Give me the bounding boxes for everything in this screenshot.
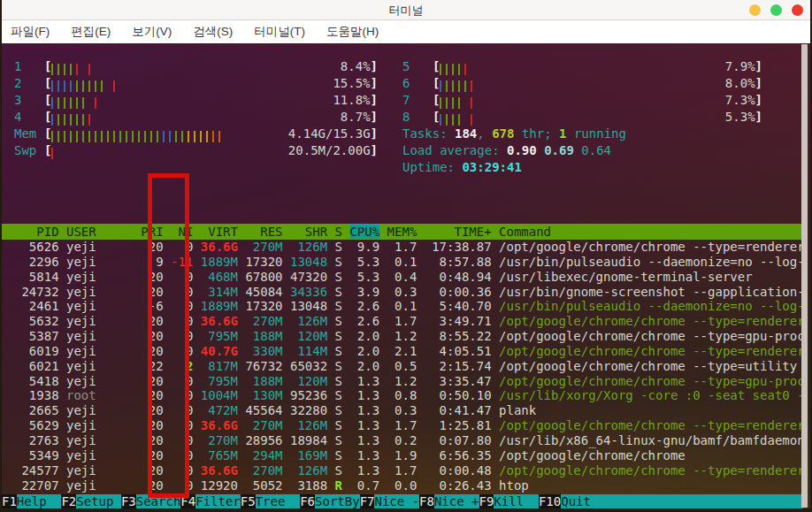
fn-f9-kill[interactable]: F9Kill: [479, 494, 539, 508]
fn-f10-quit[interactable]: F10Quit: [539, 494, 606, 508]
fn-f6-sortby[interactable]: F6SortBy: [300, 494, 359, 508]
process-table: 5626 yeji 20 0 36.6G 270M 126M S 9.9 1.7…: [2, 240, 803, 508]
fn-f8-nice[interactable]: F8Nice +: [419, 494, 479, 508]
cpu-meter-7: 7[7.3%]: [402, 92, 762, 109]
fn-f3-search[interactable]: F3Search: [121, 494, 180, 508]
fn-f2-setup[interactable]: F2Setup: [61, 494, 120, 508]
table-row[interactable]: 2461 yeji -6 0 1889M 17320 13048 S 2.6 0…: [2, 299, 803, 314]
swap-meter: Swp[20.5M/2.00G]: [14, 142, 378, 159]
menu-item-2[interactable]: 보기(V): [132, 24, 172, 40]
tasks-line: Tasks: 184, 678 thr; 1 running: [402, 126, 762, 142]
column-header-pri[interactable]: PRI: [141, 225, 163, 239]
column-header-command[interactable]: Command: [499, 225, 551, 239]
table-row[interactable]: 5629 yeji 20 0 36.6G 270M 126M S 1.3 1.7…: [2, 418, 803, 433]
cpu-meter-8: 8[5.3%]: [402, 109, 762, 126]
column-header-shr[interactable]: SHR: [290, 225, 327, 239]
close-button[interactable]: [792, 4, 803, 16]
column-header-pid[interactable]: PID: [14, 225, 59, 239]
load-average-line: Load average: 0.90 0.69 0.64: [402, 142, 762, 159]
table-row[interactable]: 6021 yeji 22 2 817M 76732 65032 S 2.0 0.…: [2, 359, 803, 374]
minimize-button[interactable]: [749, 4, 761, 16]
column-header-virt[interactable]: VIRT: [201, 225, 238, 239]
column-header-cpu[interactable]: CPU%: [349, 225, 379, 239]
cpu-meter-1: 1[8.4%]: [14, 58, 378, 75]
table-row[interactable]: 24732 yeji 20 0 314M 45084 34336 S 3.9 0…: [2, 285, 803, 300]
table-row[interactable]: 2665 yeji 20 0 472M 45564 32280 S 1.3 0.…: [2, 403, 803, 418]
menu-item-5[interactable]: 도움말(H): [326, 24, 379, 40]
column-header-ni[interactable]: NI: [171, 225, 193, 239]
mem-meter: Mem[4.14G/15.3G]: [14, 126, 378, 142]
window-title: 터미널: [2, 3, 810, 19]
table-row[interactable]: 6019 yeji 20 0 40.7G 330M 114M S 2.0 2.1…: [2, 344, 803, 359]
table-row[interactable]: 5418 yeji 20 0 795M 188M 120M S 1.3 1.2 …: [2, 374, 803, 389]
menu-item-4[interactable]: 터미널(T): [254, 24, 305, 40]
terminal-content: 1[8.4%]2[15.5%]3[11.8%]4[8.7%]Mem[4.14G/…: [2, 43, 810, 508]
column-header-s[interactable]: S: [335, 225, 342, 239]
function-key-bar: F1Help F2Setup F3SearchF4FilterF5Tree F6…: [2, 494, 803, 508]
title-bar[interactable]: 터미널: [2, 0, 810, 20]
cpu-meter-4: 4[8.7%]: [14, 109, 378, 126]
uptime-line: Uptime: 03:29:41: [402, 159, 762, 176]
table-row[interactable]: 2296 yeji 9 -11 1889M 17320 13048 S 5.3 …: [2, 255, 803, 270]
column-header-res[interactable]: RES: [245, 225, 282, 239]
table-row[interactable]: 1938 root 20 0 1004M 130M 95236 S 1.3 0.…: [2, 388, 803, 403]
fn-f4-filter[interactable]: F4Filter: [180, 494, 240, 508]
fn-f7-nice[interactable]: F7Nice -: [360, 494, 419, 508]
table-row[interactable]: 22707 yeji 20 0 12920 5052 3188 R 0.7 0.…: [2, 478, 803, 493]
window-buttons: [749, 4, 803, 16]
fn-f1-help[interactable]: F1Help: [2, 494, 61, 508]
table-row[interactable]: 5349 yeji 20 0 765M 294M 169M S 1.3 1.9 …: [2, 448, 803, 463]
terminal-window: 터미널 파일(F)편집(E)보기(V)검색(S)터미널(T)도움말(H) 1[8…: [0, 0, 812, 512]
fn-f5-tree[interactable]: F5Tree: [241, 494, 300, 508]
maximize-button[interactable]: [770, 4, 782, 16]
table-row[interactable]: 5814 yeji 20 0 468M 67800 47320 S 5.3 0.…: [2, 270, 803, 285]
cpu-meter-2: 2[15.5%]: [14, 75, 378, 92]
process-table-header: PID USER PRI NI VIRT RES SHR S CPU% MEM%…: [2, 224, 803, 240]
cpu-meter-5: 5[7.9%]: [402, 58, 762, 75]
menu-bar: 파일(F)편집(E)보기(V)검색(S)터미널(T)도움말(H): [2, 20, 810, 43]
table-row[interactable]: 24577 yeji 20 0 36.6G 270M 126M S 1.3 1.…: [2, 463, 803, 478]
menu-item-0[interactable]: 파일(F): [11, 24, 50, 40]
table-row[interactable]: 5626 yeji 20 0 36.6G 270M 126M S 9.9 1.7…: [2, 240, 803, 255]
cpu-meter-6: 6[8.0%]: [402, 75, 762, 92]
menu-item-1[interactable]: 편집(E): [71, 24, 111, 40]
cpu-meter-3: 3[11.8%]: [14, 92, 378, 109]
menu-item-3[interactable]: 검색(S): [193, 24, 233, 40]
column-header-mem[interactable]: MEM%: [387, 225, 417, 239]
column-header-user[interactable]: USER: [66, 225, 134, 239]
table-row[interactable]: 5387 yeji 20 0 795M 188M 120M S 2.0 1.2 …: [2, 329, 803, 344]
table-row[interactable]: 5632 yeji 20 0 36.6G 270M 126M S 2.6 1.7…: [2, 314, 803, 329]
column-header-time[interactable]: TIME+: [425, 225, 492, 239]
table-row[interactable]: 2763 yeji 20 0 270M 28956 18984 S 1.3 0.…: [2, 433, 803, 448]
scrollbar[interactable]: [801, 44, 808, 508]
